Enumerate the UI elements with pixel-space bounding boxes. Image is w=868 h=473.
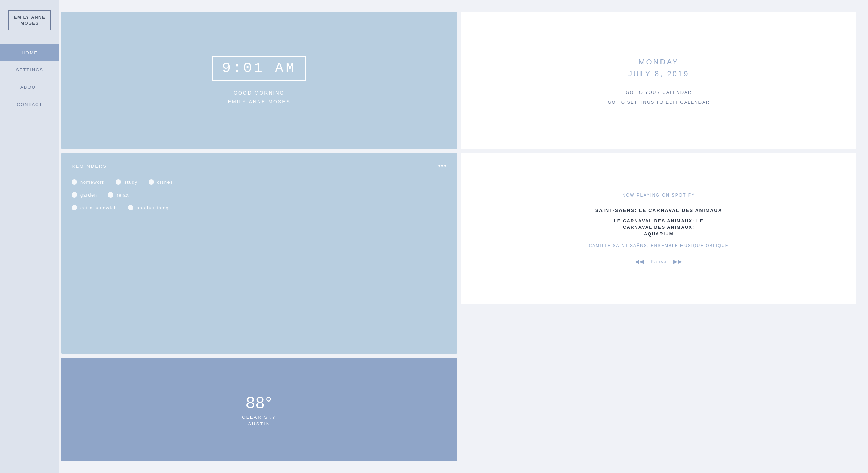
spotify-label: NOW PLAYING ON SPOTIFY [622,193,695,198]
sidebar: EMILY ANNE MOSES HOME SETTINGS ABOUT CON… [0,0,59,473]
reminder-eat-sandwich[interactable]: eat a sandwich [72,205,117,210]
prev-button[interactable]: ◀◀ [635,258,644,265]
reminder-another-thing[interactable]: another thing [128,205,169,210]
reminder-garden[interactable]: garden [72,192,97,198]
day-label: MONDAY [638,58,679,66]
weather-temperature: 88° [246,393,273,412]
weather-card: 88° CLEAR SKY AUSTIN [61,358,457,461]
date-display: MONDAY JULY 8, 2019 [628,56,689,80]
user-name-line1: EMILY ANNE [14,15,45,20]
reminder-checkbox[interactable] [72,192,77,198]
album-line3: AQUARIUM [644,231,674,236]
nav-contact[interactable]: CONTACT [0,96,59,113]
reminders-header: REMINDERS ••• [72,163,447,170]
reminder-checkbox[interactable] [72,205,77,210]
weather-condition: CLEAR SKY [242,415,276,420]
reminder-row-3: eat a sandwich another thing [72,205,447,210]
reminder-label: relax [117,192,129,198]
reminder-label: another thing [137,205,169,210]
main-content: 9:01 AM GOOD MORNING EMILY ANNE MOSES MO… [59,0,868,473]
reminder-checkbox[interactable] [116,179,121,185]
pause-button[interactable]: Pause [651,259,667,264]
reminder-row-1: homework study dishes [72,179,447,185]
reminder-row-2: garden relax [72,192,447,198]
spotify-card: NOW PLAYING ON SPOTIFY SAINT-SAËNS: LE C… [461,153,857,304]
nav-settings[interactable]: SETTINGS [0,61,59,79]
nav-about[interactable]: ABOUT [0,79,59,96]
calendar-card: MONDAY JULY 8, 2019 GO TO YOUR CALENDAR … [461,12,857,149]
greeting-card: 9:01 AM GOOD MORNING EMILY ANNE MOSES [61,12,457,149]
user-name-line2: MOSES [20,21,39,26]
spotify-controls: ◀◀ Pause ▶▶ [635,258,682,265]
reminder-checkbox[interactable] [108,192,113,198]
album-line2: CARNAVAL DES ANIMAUX: [623,225,694,230]
reminders-title: REMINDERS [72,164,107,169]
date-label: JULY 8, 2019 [628,69,689,78]
greeting-text: GOOD MORNING [234,90,284,96]
weather-city: AUSTIN [248,421,270,426]
reminder-dishes[interactable]: dishes [149,179,173,185]
time-display: 9:01 AM [212,56,306,81]
greeting-name: EMILY ANNE MOSES [228,99,291,104]
reminder-checkbox[interactable] [149,179,154,185]
reminder-relax[interactable]: relax [108,192,129,198]
song-title: SAINT-SAËNS: LE CARNAVAL DES ANIMAUX [595,207,722,214]
user-name-box: EMILY ANNE MOSES [8,10,51,30]
song-artist: CAMILLE SAINT-SAËNS, ENSEMBLE MUSIQUE OB… [589,243,729,248]
reminders-menu-button[interactable]: ••• [438,163,447,170]
goto-calendar-link[interactable]: GO TO YOUR CALENDAR [626,90,692,95]
album-line1: LE CARNAVAL DES ANIMAUX: LE [614,218,704,223]
goto-settings-link[interactable]: GO TO SETTINGS TO EDIT CALENDAR [608,100,710,105]
reminder-label: garden [80,192,97,198]
song-album: LE CARNAVAL DES ANIMAUX: LE CARNAVAL DES… [614,218,704,238]
reminder-label: homework [80,180,105,185]
reminders-card: REMINDERS ••• homework study dishes gard… [61,153,457,354]
reminder-label: eat a sandwich [80,205,117,210]
reminder-checkbox[interactable] [128,205,133,210]
reminder-checkbox[interactable] [72,179,77,185]
nav-home[interactable]: HOME [0,44,59,61]
reminder-label: dishes [157,180,173,185]
reminder-label: study [124,180,138,185]
reminder-study[interactable]: study [116,179,138,185]
reminder-homework[interactable]: homework [72,179,105,185]
next-button[interactable]: ▶▶ [673,258,682,265]
